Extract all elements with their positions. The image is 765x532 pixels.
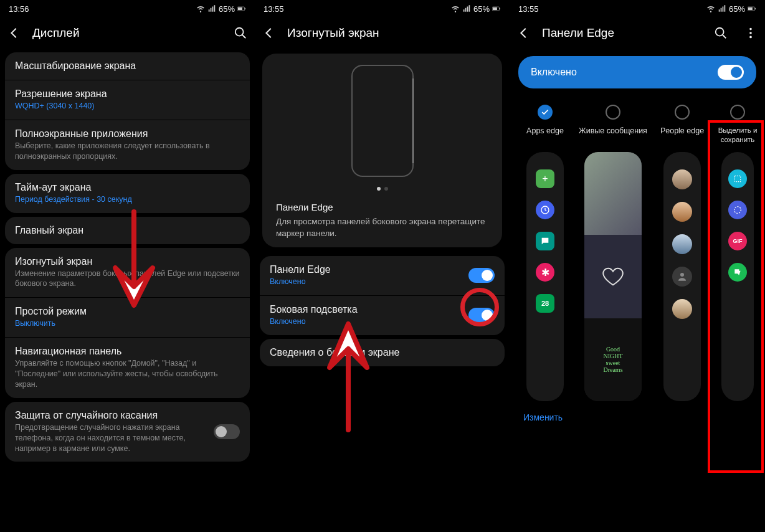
page-title: Панели Edge (542, 26, 703, 40)
battery-text: 65% (219, 4, 235, 14)
search-icon[interactable] (714, 26, 728, 40)
item-about[interactable]: Сведения о боковом экране (260, 339, 505, 366)
svg-point-13 (749, 36, 752, 39)
item-edge[interactable]: Изогнутый экран Изменение параметров бок… (5, 248, 250, 298)
app-bar: Изогнутый экран (255, 17, 510, 49)
item-label: Защита от случайного касания (15, 410, 206, 421)
avatar (672, 299, 692, 319)
item-label: Простой режим (15, 306, 240, 317)
item-sublabel: Управляйте с помощью кнопок "Домой", "На… (15, 358, 240, 390)
status-time: 13:55 (264, 4, 284, 14)
item-label: Навигационная панель (15, 346, 240, 357)
svg-point-15 (680, 273, 684, 277)
item-touch[interactable]: Защита от случайного касания Предотвраще… (5, 402, 250, 462)
item-fullscreen[interactable]: Полноэкранные приложения Выберите, какие… (5, 120, 250, 170)
battery-icon (237, 4, 246, 13)
panel-row[interactable]: Apps edge + ✱ 28 Живые сообщения (510, 96, 765, 401)
tool-oval-select-icon (728, 201, 747, 219)
preview-desc: Для просмотра панелей бокового экрана пе… (276, 216, 488, 240)
panel-preview: Good NIGHT sweet Dreams (584, 152, 642, 401)
item-label: Сведения о боковом экране (270, 347, 495, 358)
back-icon[interactable] (517, 26, 531, 40)
panel-check[interactable] (730, 105, 745, 120)
item-scaling[interactable]: Масштабирование экрана (5, 52, 250, 80)
svg-rect-9 (755, 8, 756, 9)
preview-pager (276, 187, 488, 191)
item-sublabel: Изменение параметров боковых панелей Edg… (15, 268, 240, 290)
item-home[interactable]: Главный экран (5, 217, 250, 244)
panel-label: Живые сообщения (578, 126, 648, 146)
panel-check[interactable] (606, 105, 620, 120)
app-bar: Дисплей (0, 17, 255, 49)
avatar (672, 169, 692, 189)
svg-rect-16 (734, 176, 740, 181)
panel-preview: GIF (721, 152, 754, 401)
panel-check[interactable] (675, 105, 690, 120)
item-lighting[interactable]: Боковая подсветка Включено (260, 295, 505, 335)
svg-point-12 (749, 32, 752, 34)
status-time: 13:56 (9, 4, 29, 14)
app-messages-icon (536, 232, 554, 250)
svg-rect-8 (748, 7, 753, 10)
more-icon[interactable] (744, 26, 758, 40)
settings-list: Масштабирование экрана Разрешение экрана… (0, 49, 255, 465)
preview-tile-goodnight: Good NIGHT sweet Dreams (584, 318, 642, 401)
page-title: Изогнутый экран (287, 26, 502, 40)
item-label: Тайм-аут экрана (15, 182, 240, 193)
back-icon[interactable] (262, 26, 276, 40)
wifi-icon (451, 4, 460, 13)
edit-link[interactable]: Изменить (510, 401, 765, 434)
item-timeout[interactable]: Тайм-аут экрана Период бездействия - 30 … (5, 174, 250, 213)
svg-rect-6 (500, 8, 500, 9)
preview-title: Панели Edge (276, 202, 488, 212)
panels-toggle[interactable] (468, 268, 495, 283)
master-toggle[interactable]: Включено (518, 56, 756, 88)
app-calculator-icon: + (536, 169, 554, 188)
phone-screen-3: 13:55 65% Панели Edge Включено Apps edge… (510, 0, 765, 532)
battery-text: 65% (473, 4, 490, 14)
panel-label: People edge (653, 126, 711, 146)
item-resolution[interactable]: Разрешение экрана WQHD+ (3040 x 1440) (5, 80, 250, 120)
panel-apps[interactable]: Apps edge + ✱ 28 (517, 105, 573, 401)
item-label: Боковая подсветка (270, 304, 461, 315)
item-label: Разрешение экрана (15, 88, 240, 100)
master-switch[interactable] (718, 65, 744, 80)
panel-people[interactable]: People edge (653, 105, 711, 401)
item-label: Изогнутый экран (15, 256, 240, 267)
signal-icon (462, 4, 471, 13)
item-sublabel: Выберите, какие приложения следует испол… (15, 141, 240, 162)
touch-toggle[interactable] (214, 424, 240, 439)
panel-select[interactable]: Выделить и сохранить GIF (716, 105, 759, 401)
preview-card: Панели Edge Для просмотра панелей боково… (262, 54, 502, 247)
app-bar: Панели Edge (510, 17, 765, 49)
item-easy[interactable]: Простой режим Выключить (5, 297, 250, 337)
panel-check[interactable] (538, 105, 553, 120)
status-right: 65% (451, 4, 501, 14)
panel-label: Apps edge (517, 126, 573, 146)
avatar (672, 234, 692, 254)
item-nav[interactable]: Навигационная панель Управляйте с помощь… (5, 337, 250, 398)
item-sublabel: Выключить (15, 318, 240, 329)
app-calendar-icon: 28 (536, 294, 554, 313)
lighting-toggle[interactable] (468, 308, 495, 323)
preview-phone-icon (351, 65, 414, 177)
tool-rect-select-icon (728, 169, 747, 188)
battery-icon (492, 4, 501, 13)
item-sublabel: Предотвращение случайного нажатия экрана… (15, 422, 206, 454)
svg-rect-1 (238, 7, 242, 10)
phone-screen-1: 13:56 65% Дисплей Масштабирование экрана… (0, 0, 255, 532)
preview-tile-heart (584, 235, 642, 318)
phone-screen-2: 13:55 65% Изогнутый экран Панели Edge Дл… (255, 0, 510, 532)
status-time: 13:55 (518, 4, 539, 14)
svg-point-10 (716, 28, 724, 36)
signal-icon (207, 4, 216, 13)
avatar (672, 202, 692, 222)
back-icon[interactable] (7, 26, 21, 40)
panel-live[interactable]: Живые сообщения Good NIGHT sweet Dreams (578, 105, 648, 401)
item-panels[interactable]: Панели Edge Включено (260, 256, 505, 295)
item-sublabel: WQHD+ (3040 x 1440) (15, 101, 240, 112)
search-icon[interactable] (234, 26, 247, 40)
item-label: Масштабирование экрана (15, 60, 240, 72)
app-clock-icon (536, 201, 554, 219)
item-label: Главный экран (15, 225, 240, 236)
